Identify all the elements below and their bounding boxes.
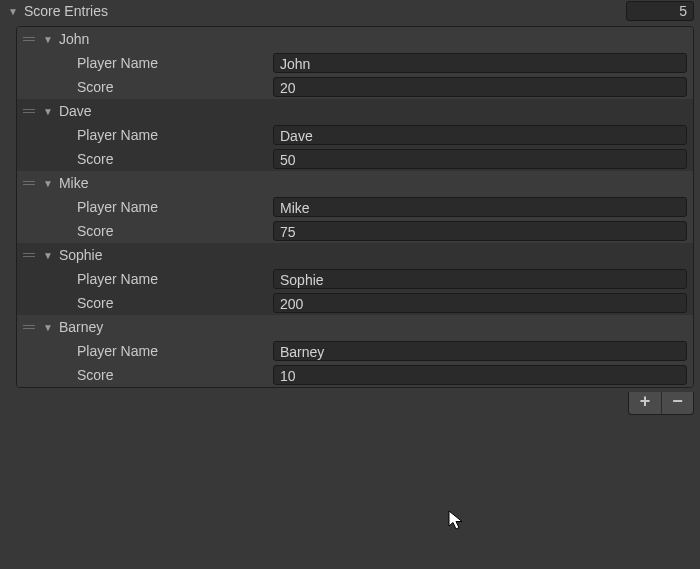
list-item: ▼ Dave Player Name Score: [17, 99, 693, 171]
player-name-label: Player Name: [77, 55, 273, 71]
entry-title: Barney: [59, 319, 103, 335]
score-label: Score: [77, 295, 273, 311]
player-name-label: Player Name: [77, 271, 273, 287]
drag-handle-icon[interactable]: [23, 109, 35, 113]
list-body: ▼ John Player Name Score ▼ Dave Player N…: [16, 26, 694, 388]
player-name-row: Player Name: [17, 123, 693, 147]
foldout-icon: ▼: [43, 34, 53, 45]
player-name-row: Player Name: [17, 51, 693, 75]
list-item: ▼ Sophie Player Name Score: [17, 243, 693, 315]
foldout-icon: ▼: [8, 6, 18, 17]
player-name-field[interactable]: [273, 125, 687, 145]
drag-handle-icon[interactable]: [23, 37, 35, 41]
score-row: Score: [17, 75, 693, 99]
score-label: Score: [77, 223, 273, 239]
score-label: Score: [77, 79, 273, 95]
player-name-row: Player Name: [17, 195, 693, 219]
entry-header[interactable]: ▼ John: [17, 27, 693, 51]
list-title: Score Entries: [24, 3, 626, 19]
list-count-field[interactable]: 5: [626, 1, 694, 21]
entry-header[interactable]: ▼ Sophie: [17, 243, 693, 267]
entry-title: Sophie: [59, 247, 103, 263]
drag-handle-icon[interactable]: [23, 253, 35, 257]
list-footer: + −: [16, 392, 694, 415]
player-name-label: Player Name: [77, 127, 273, 143]
player-name-row: Player Name: [17, 267, 693, 291]
list-item: ▼ Barney Player Name Score: [17, 315, 693, 387]
score-field[interactable]: [273, 365, 687, 385]
foldout-icon: ▼: [43, 250, 53, 261]
drag-handle-icon[interactable]: [23, 325, 35, 329]
score-field[interactable]: [273, 77, 687, 97]
player-name-label: Player Name: [77, 199, 273, 215]
entry-title: Dave: [59, 103, 92, 119]
entry-title: John: [59, 31, 89, 47]
player-name-field[interactable]: [273, 197, 687, 217]
player-name-row: Player Name: [17, 339, 693, 363]
entry-header[interactable]: ▼ Barney: [17, 315, 693, 339]
score-row: Score: [17, 147, 693, 171]
add-button[interactable]: +: [629, 392, 661, 414]
drag-handle-icon[interactable]: [23, 181, 35, 185]
score-row: Score: [17, 363, 693, 387]
entry-header[interactable]: ▼ Dave: [17, 99, 693, 123]
cursor-icon: [448, 510, 466, 532]
list-header[interactable]: ▼ Score Entries 5: [0, 0, 700, 22]
entry-title: Mike: [59, 175, 89, 191]
list-item: ▼ John Player Name Score: [17, 27, 693, 99]
list-item: ▼ Mike Player Name Score: [17, 171, 693, 243]
score-row: Score: [17, 219, 693, 243]
score-field[interactable]: [273, 149, 687, 169]
player-name-label: Player Name: [77, 343, 273, 359]
player-name-field[interactable]: [273, 341, 687, 361]
player-name-field[interactable]: [273, 269, 687, 289]
remove-button[interactable]: −: [661, 392, 693, 414]
score-label: Score: [77, 367, 273, 383]
score-label: Score: [77, 151, 273, 167]
foldout-icon: ▼: [43, 322, 53, 333]
foldout-icon: ▼: [43, 106, 53, 117]
foldout-icon: ▼: [43, 178, 53, 189]
score-row: Score: [17, 291, 693, 315]
score-field[interactable]: [273, 293, 687, 313]
entry-header[interactable]: ▼ Mike: [17, 171, 693, 195]
player-name-field[interactable]: [273, 53, 687, 73]
score-field[interactable]: [273, 221, 687, 241]
